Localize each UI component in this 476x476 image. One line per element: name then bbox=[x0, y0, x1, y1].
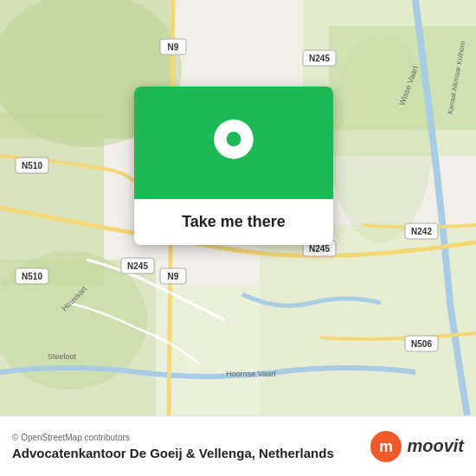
map-container[interactable]: N9 N9 N245 N245 N245 N510 N510 N242 N506… bbox=[0, 0, 476, 415]
popup-card-header bbox=[134, 87, 333, 199]
svg-text:N510: N510 bbox=[22, 161, 42, 170]
svg-text:N9: N9 bbox=[168, 42, 179, 52]
svg-text:m: m bbox=[379, 438, 393, 455]
location-pin-icon bbox=[210, 119, 257, 166]
popup-card-body[interactable]: Take me there bbox=[134, 199, 333, 245]
svg-text:Steeloot: Steeloot bbox=[48, 352, 77, 361]
take-me-there-button[interactable]: Take me there bbox=[182, 213, 286, 231]
svg-text:N242: N242 bbox=[411, 227, 432, 236]
copyright-text: © OpenStreetMap contributors bbox=[12, 433, 334, 442]
svg-text:N245: N245 bbox=[309, 54, 330, 63]
svg-text:N510: N510 bbox=[22, 272, 42, 281]
bottom-info: © OpenStreetMap contributors Advocatenka… bbox=[12, 433, 334, 460]
bottom-bar: © OpenStreetMap contributors Advocatenka… bbox=[0, 415, 476, 476]
place-name: Advocatenkantoor De Goeij & Vellenga, Ne… bbox=[12, 446, 334, 460]
popup-card[interactable]: Take me there bbox=[134, 87, 333, 245]
svg-point-37 bbox=[227, 132, 241, 146]
moovit-icon: m bbox=[370, 431, 402, 462]
svg-text:Hoornse Vaart: Hoornse Vaart bbox=[226, 370, 276, 378]
svg-text:N245: N245 bbox=[309, 244, 330, 254]
svg-text:N9: N9 bbox=[168, 272, 179, 281]
moovit-logo: m moovit bbox=[370, 431, 464, 462]
svg-text:N506: N506 bbox=[411, 339, 432, 349]
svg-text:N245: N245 bbox=[127, 261, 148, 271]
moovit-text: moovit bbox=[407, 436, 464, 456]
svg-point-10 bbox=[329, 35, 433, 242]
